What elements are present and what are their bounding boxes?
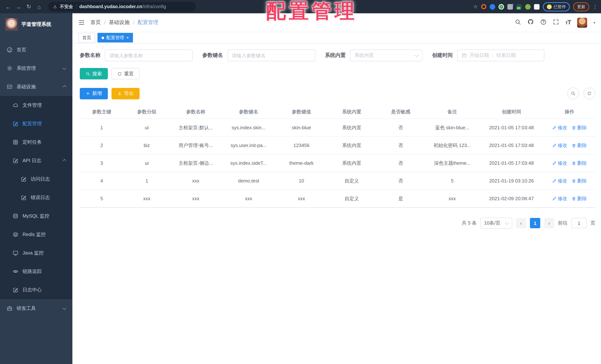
avatar[interactable] xyxy=(577,18,587,28)
delete-link[interactable]: 删除 xyxy=(572,124,587,131)
add-button[interactable]: 新增 xyxy=(80,88,108,99)
insecure-warning-icon: ⚠ xyxy=(53,4,57,9)
toggle-search-button[interactable] xyxy=(567,88,579,99)
error-log-icon xyxy=(21,195,27,201)
sidebar-item-mysql[interactable]: MySQL 监控 xyxy=(0,207,72,225)
reset-button[interactable]: 重置 xyxy=(111,68,140,79)
sidebar-fold-icon[interactable] xyxy=(78,19,85,26)
address-bar[interactable]: ⚠ 不安全 dashboard.yudao.iocoder.cn/infra/c… xyxy=(48,2,196,11)
bookmark-star-icon[interactable]: ☆ xyxy=(473,4,478,10)
overlay-annotation-title: 配置管理 xyxy=(266,0,358,25)
cloud-icon xyxy=(12,102,19,108)
log-center-icon xyxy=(12,287,19,293)
tab-home[interactable]: 首页 xyxy=(78,33,95,42)
timer-icon xyxy=(12,139,19,145)
caret-down-icon[interactable]: ▾ xyxy=(593,20,595,25)
extension-icon-check[interactable]: ✓ xyxy=(499,4,504,10)
builtin-select[interactable]: 系统内置 xyxy=(350,50,422,61)
browser-reload-icon[interactable]: ↻ xyxy=(24,2,33,11)
page-number-1[interactable]: 1 xyxy=(530,218,540,228)
param-key-label: 参数键名 xyxy=(202,52,223,59)
font-size-icon[interactable]: тT xyxy=(565,19,571,26)
edit-link[interactable]: 修改 xyxy=(552,124,567,131)
api-log-icon xyxy=(12,158,19,164)
main-area: 首页 / 基础设施 / 配置管理 тT ▾ 首页 xyxy=(72,13,601,364)
sidebar-item-redis[interactable]: Redis 监控 xyxy=(0,225,72,244)
edit-link[interactable]: 修改 xyxy=(552,195,567,202)
sidebar-item-config[interactable]: 配置管理 xyxy=(0,114,72,133)
sidebar-item-system[interactable]: 系统管理 xyxy=(0,59,72,78)
param-name-label: 参数名称 xyxy=(80,52,100,59)
breadcrumb-infra[interactable]: 基础设施 xyxy=(109,19,130,26)
sidebar-item-access-log[interactable]: 访问日志 xyxy=(0,170,72,188)
export-button[interactable]: 导出 xyxy=(111,88,140,99)
edit-link[interactable]: 修改 xyxy=(552,142,567,149)
close-icon[interactable]: × xyxy=(126,35,129,40)
sidebar-item-job[interactable]: 定时任务 xyxy=(0,133,72,152)
total-count: 共 5 条 xyxy=(462,220,477,226)
builtin-label: 系统内置 xyxy=(325,52,346,59)
chevron-up-icon xyxy=(63,85,66,89)
navbar-actions: тT ▾ xyxy=(515,18,595,28)
chevron-up-icon xyxy=(63,159,66,162)
sidebar-submenu-infra: 文件管理 配置管理 定时任务 API 日志 xyxy=(0,96,72,299)
monitor-chart-icon xyxy=(7,84,12,90)
table-row: 1ui 主框架页-默认...sys.index.skin... skin-blu… xyxy=(80,119,595,136)
extension-icon-translate[interactable] xyxy=(516,4,522,10)
page-size-select[interactable]: 10条/页 xyxy=(481,218,512,229)
sidebar-item-api-log[interactable]: API 日志 xyxy=(0,152,72,170)
sidebar-item-home[interactable]: 首页 xyxy=(0,41,72,59)
browser-menu-icon[interactable]: ⋮ xyxy=(593,4,598,10)
toolbar-row: 新增 导出 xyxy=(80,88,595,99)
refresh-button[interactable] xyxy=(583,88,595,99)
chevron-down-icon xyxy=(414,53,419,57)
prev-page-button[interactable]: ‹ xyxy=(516,218,526,228)
delete-link[interactable]: 删除 xyxy=(572,195,587,202)
address-divider xyxy=(76,4,76,9)
sidebar-item-log-center[interactable]: 日志中心 xyxy=(0,281,72,299)
delete-link[interactable]: 删除 xyxy=(572,160,587,166)
help-icon[interactable] xyxy=(540,19,546,26)
date-range-picker[interactable]: 开始日期 - 结束日期 xyxy=(457,50,544,61)
edit-link[interactable]: 修改 xyxy=(552,160,567,166)
browser-toolbar-right: ☆ ✓ 已暂停 更新 ⋮ xyxy=(473,2,598,11)
browser-forward-icon[interactable]: → xyxy=(14,2,23,11)
delete-link[interactable]: 删除 xyxy=(572,177,587,184)
table-header-row: 参数主键 参数分组 参数名称 参数键名 参数键值 系统内置 是否敏感 备注 创建… xyxy=(80,105,595,119)
extension-icon-orange[interactable] xyxy=(481,4,486,9)
tags-view-bar: 首页 配置管理 × xyxy=(72,32,601,44)
goto-page-input[interactable]: 1 xyxy=(571,218,587,228)
sidebar-item-error-log[interactable]: 错误日志 xyxy=(0,188,72,207)
extensions-puzzle-icon[interactable] xyxy=(534,4,540,10)
browser-back-icon[interactable]: ← xyxy=(4,2,12,11)
url-text: dashboard.yudao.iocoder.cn/infra/config xyxy=(80,4,166,9)
extension-icon-pin[interactable] xyxy=(490,4,495,10)
sidebar-item-trace[interactable]: 链路追踪 xyxy=(0,262,72,281)
filter-form: 参数名称 参数键名 系统内置 系统内置 xyxy=(80,50,595,61)
update-button[interactable]: 更新 xyxy=(573,2,589,11)
extension-icon-green[interactable] xyxy=(525,4,531,10)
sidebar-item-devtools[interactable]: 研发工具 xyxy=(0,299,72,318)
next-page-button[interactable]: › xyxy=(544,218,554,228)
breadcrumb-home[interactable]: 首页 xyxy=(90,19,101,26)
github-icon[interactable] xyxy=(527,19,534,27)
paused-chip[interactable]: 已暂停 xyxy=(543,2,570,11)
extension-icon-grid[interactable] xyxy=(507,4,513,10)
param-name-input[interactable] xyxy=(105,50,193,61)
search-button[interactable]: 搜索 xyxy=(80,68,108,79)
sidebar-item-infra[interactable]: 基础设施 xyxy=(0,78,72,96)
app-root: ← → ↻ ⌂ ⚠ 不安全 dashboard.yudao.iocoder.cn… xyxy=(0,0,601,364)
browser-home-icon[interactable]: ⌂ xyxy=(35,2,44,11)
search-icon[interactable] xyxy=(515,19,521,26)
briefcase-icon xyxy=(7,305,12,311)
param-key-input[interactable] xyxy=(228,50,315,61)
pagination: 共 5 条 10条/页 ‹ 1 › 前往 1 页 xyxy=(80,218,595,229)
delete-link[interactable]: 删除 xyxy=(572,142,587,149)
sidebar: 芋道管理系统 首页 系统管理 基础设施 xyxy=(0,13,72,364)
edit-link[interactable]: 修改 xyxy=(552,177,567,184)
sidebar-item-file[interactable]: 文件管理 xyxy=(0,96,72,114)
insecure-label: 不安全 xyxy=(60,3,73,10)
tab-config[interactable]: 配置管理 × xyxy=(98,33,133,42)
sidebar-item-java[interactable]: Java 监控 xyxy=(0,244,72,262)
fullscreen-icon[interactable] xyxy=(553,19,559,26)
